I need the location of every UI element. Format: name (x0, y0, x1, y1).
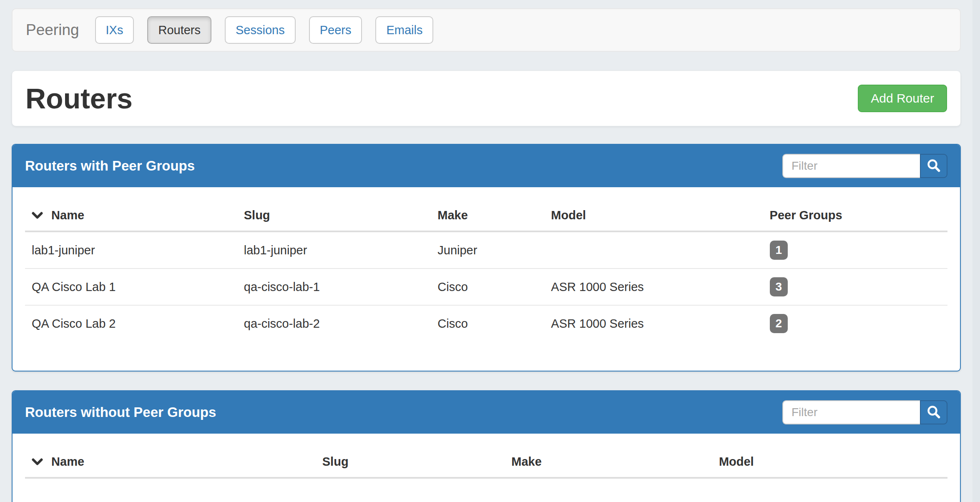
top-navbar: Peering IXsRoutersSessionsPeersEmails (12, 8, 961, 52)
panel-routers-without-peer-groups: Routers without Peer Groups NameSlugMake… (12, 390, 961, 502)
cell-slug: qa-cisco-lab-1 (237, 269, 431, 305)
cell-peer-groups: 3 (763, 269, 947, 305)
panel-heading: Routers with Peer Groups (13, 145, 960, 187)
cell-name: lab1-juniper (25, 231, 237, 269)
cell-make: Juniper (431, 231, 544, 269)
cell-make: Cisco (431, 305, 544, 341)
browser-scrollbar-track[interactable] (972, 0, 980, 502)
column-label: Name (51, 455, 84, 468)
add-router-button[interactable]: Add Router (858, 85, 947, 112)
nav-tab-emails[interactable]: Emails (375, 16, 433, 44)
cell-slug: qa-cisco-lab-2 (237, 305, 431, 341)
table-header-row: NameSlugMakeModelPeer Groups (25, 200, 947, 231)
column-header-name[interactable]: Name (25, 446, 316, 478)
column-header-peer-groups[interactable]: Peer Groups (763, 200, 947, 231)
column-label: Peer Groups (770, 208, 842, 222)
column-label: Make (437, 208, 468, 222)
panel-body: NameSlugMakeModelPeer Groups lab1-junipe… (13, 187, 960, 371)
table-row[interactable]: QA Cisco Lab 2qa-cisco-lab-2CiscoASR 100… (25, 305, 947, 341)
column-header-make[interactable]: Make (431, 200, 544, 231)
column-header-slug[interactable]: Slug (237, 200, 431, 231)
magnifier-icon (926, 404, 941, 421)
column-label: Name (51, 208, 84, 222)
filter-search-button[interactable] (920, 154, 947, 178)
peer-groups-badge: 3 (770, 277, 788, 296)
routers-with-peer-groups-table: NameSlugMakeModelPeer Groups lab1-junipe… (25, 200, 947, 341)
filter-input[interactable] (782, 400, 920, 424)
column-label: Model (551, 208, 586, 222)
cell-model (544, 231, 763, 269)
filter-input[interactable] (782, 154, 920, 178)
cell-peer-groups: 2 (763, 305, 947, 341)
table-row[interactable]: lab1-juniperlab1-juniperJuniper1 (25, 231, 947, 269)
peer-groups-badge: 1 (770, 241, 788, 260)
cell-name: QA Cisco Lab 1 (25, 269, 237, 305)
cell-peer-groups: 1 (763, 231, 947, 269)
panel-routers-with-peer-groups: Routers with Peer Groups NameSlugMakeMod… (12, 144, 961, 371)
page-container: Peering IXsRoutersSessionsPeersEmails Ro… (12, 0, 961, 502)
column-header-name[interactable]: Name (25, 200, 237, 231)
chevron-down-icon (32, 208, 43, 222)
nav-tab-routers[interactable]: Routers (147, 16, 211, 44)
column-label: Model (719, 455, 754, 468)
page-title: Routers (25, 82, 133, 115)
filter-group (782, 400, 947, 424)
column-header-model[interactable]: Model (712, 446, 947, 478)
cell-model: ASR 1000 Series (544, 269, 763, 305)
filter-search-button[interactable] (920, 400, 947, 424)
panel-body: NameSlugMakeModel (13, 434, 960, 502)
column-header-make[interactable]: Make (505, 446, 712, 478)
app-brand: Peering (13, 21, 95, 39)
panel-title: Routers without Peer Groups (25, 404, 216, 420)
panel-heading: Routers without Peer Groups (13, 391, 960, 434)
cell-model: ASR 1000 Series (544, 305, 763, 341)
column-header-slug[interactable]: Slug (316, 446, 505, 478)
table-header-row: NameSlugMakeModel (25, 446, 947, 478)
column-label: Make (511, 455, 542, 468)
routers-without-peer-groups-table: NameSlugMakeModel (25, 446, 947, 479)
page-header: Routers Add Router (12, 70, 961, 126)
cell-make: Cisco (431, 269, 544, 305)
table-row[interactable]: QA Cisco Lab 1qa-cisco-lab-1CiscoASR 100… (25, 269, 947, 305)
cell-slug: lab1-juniper (237, 231, 431, 269)
column-header-model[interactable]: Model (544, 200, 763, 231)
column-label: Slug (322, 455, 349, 468)
nav-tab-peers[interactable]: Peers (309, 16, 362, 44)
peer-groups-badge: 2 (770, 314, 788, 333)
nav-tabs: IXsRoutersSessionsPeersEmails (95, 16, 434, 44)
panel-title: Routers with Peer Groups (25, 158, 195, 174)
nav-tab-sessions[interactable]: Sessions (225, 16, 296, 44)
filter-group (782, 154, 947, 178)
chevron-down-icon (32, 454, 43, 469)
magnifier-icon (926, 158, 941, 174)
nav-tab-ixs[interactable]: IXs (95, 16, 134, 44)
cell-name: QA Cisco Lab 2 (25, 305, 237, 341)
column-label: Slug (244, 208, 270, 222)
